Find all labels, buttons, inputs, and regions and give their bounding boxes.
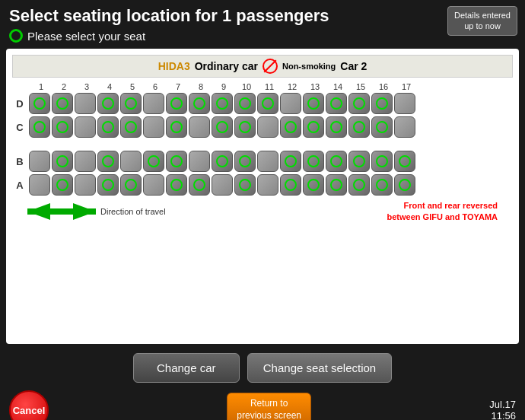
seat-b11	[257, 151, 278, 172]
seat-b10[interactable]	[234, 151, 256, 172]
bottom-bar: Change car Change seat selection	[0, 348, 525, 387]
seat-a16[interactable]	[371, 174, 393, 196]
status-indicator	[9, 29, 23, 43]
seat-c17	[394, 116, 415, 138]
seat-a15[interactable]	[348, 174, 370, 196]
car-label-bar: HIDA3 Ordinary car Non-smoking Car 2	[12, 55, 513, 78]
seat-a17[interactable]	[394, 174, 415, 196]
change-seat-button[interactable]: Change seat selection	[247, 353, 392, 383]
seat-c11	[257, 116, 278, 138]
svg-marker-1	[27, 203, 96, 220]
seat-a5[interactable]	[120, 174, 142, 196]
seat-d1[interactable]	[29, 93, 50, 114]
seat-b7[interactable]	[166, 151, 187, 172]
seat-b14[interactable]	[326, 151, 347, 172]
subtitle-text: Please select your seat	[27, 30, 145, 43]
row-label-d: D	[12, 98, 27, 110]
seat-c4[interactable]	[97, 116, 119, 138]
seat-a14[interactable]	[326, 174, 347, 196]
seat-d11[interactable]	[257, 93, 278, 114]
aisle-gap	[12, 140, 513, 151]
cancel-button[interactable]: Cancel	[9, 390, 49, 420]
header-subtitle: Please select your seat	[9, 29, 516, 43]
change-car-button[interactable]: Change car	[133, 353, 240, 383]
seat-b4[interactable]	[97, 151, 119, 172]
seat-b17[interactable]	[394, 151, 415, 172]
seat-d12	[280, 93, 301, 114]
seat-c16[interactable]	[371, 116, 393, 138]
seat-c12[interactable]	[280, 116, 301, 138]
row-label-b: B	[12, 156, 27, 167]
seat-d4[interactable]	[97, 93, 119, 114]
seat-b16[interactable]	[371, 151, 393, 172]
seat-c13[interactable]	[303, 116, 324, 138]
direction-note: Front and rear reversedbetween GIFU and …	[387, 200, 498, 224]
seat-a6	[143, 174, 164, 196]
return-button[interactable]: Return toprevious screen	[227, 393, 311, 420]
seat-c6	[143, 116, 164, 138]
seat-d8[interactable]	[189, 93, 210, 114]
seat-selection-area: HIDA3 Ordinary car Non-smoking Car 2 1 2…	[6, 49, 519, 344]
row-label-a: A	[12, 180, 27, 191]
seat-d15[interactable]	[348, 93, 370, 114]
seat-a9	[212, 174, 233, 196]
seat-b2[interactable]	[52, 151, 73, 172]
seat-a8[interactable]	[189, 174, 210, 196]
seat-row-b: B	[12, 151, 513, 172]
seat-a2[interactable]	[52, 174, 73, 196]
seat-c8	[189, 116, 210, 138]
smoking-label: Non-smoking	[282, 62, 336, 71]
seat-a12[interactable]	[280, 174, 301, 196]
seat-c7[interactable]	[166, 116, 187, 138]
seat-d6	[143, 93, 164, 114]
car-number: Car 2	[340, 60, 367, 72]
seat-b15[interactable]	[348, 151, 370, 172]
seat-row-d: D	[12, 93, 513, 114]
seat-c10[interactable]	[234, 116, 256, 138]
header: Select seating location for 1 passengers…	[0, 0, 525, 46]
column-numbers: 1 2 3 4 5 6 7 8 9 10 11 12 13 14 15 16 1…	[30, 82, 513, 91]
seat-d3	[75, 93, 96, 114]
seat-d9[interactable]	[212, 93, 233, 114]
seat-c15[interactable]	[348, 116, 370, 138]
no-smoking-icon	[262, 59, 278, 74]
seat-c5[interactable]	[120, 116, 142, 138]
datetime: Jul.17 11:56	[489, 399, 516, 420]
seat-d10[interactable]	[234, 93, 256, 114]
seat-d2[interactable]	[52, 93, 73, 114]
seat-row-c: C	[12, 116, 513, 138]
seat-c14[interactable]	[326, 116, 347, 138]
seat-c9[interactable]	[212, 116, 233, 138]
direction-area: Direction of travel Front and rear rever…	[12, 200, 513, 224]
seat-d17	[394, 93, 415, 114]
seat-a10[interactable]	[234, 174, 256, 196]
direction-arrow-container: Direction of travel	[27, 203, 166, 220]
seat-c2[interactable]	[52, 116, 73, 138]
seat-b13[interactable]	[303, 151, 324, 172]
seat-d14[interactable]	[326, 93, 347, 114]
seat-b9[interactable]	[212, 151, 233, 172]
seat-a7[interactable]	[166, 174, 187, 196]
seat-c3	[75, 116, 96, 138]
seat-b5	[120, 151, 142, 172]
seat-a4[interactable]	[97, 174, 119, 196]
seat-d7[interactable]	[166, 93, 187, 114]
seat-a11	[257, 174, 278, 196]
seat-b12[interactable]	[280, 151, 301, 172]
car-type: Ordinary car	[195, 60, 258, 72]
direction-arrow-icon	[27, 203, 96, 220]
car-name: HIDA3	[158, 60, 190, 72]
seat-d16[interactable]	[371, 93, 393, 114]
seat-c1[interactable]	[29, 116, 50, 138]
row-label-c: C	[12, 122, 27, 133]
seat-b1	[29, 151, 50, 172]
seat-b8	[189, 151, 210, 172]
details-button[interactable]: Details enteredup to now	[447, 6, 517, 36]
seat-d5[interactable]	[120, 93, 142, 114]
seat-a13[interactable]	[303, 174, 324, 196]
time-display: 11:56	[489, 410, 516, 420]
seat-d13[interactable]	[303, 93, 324, 114]
seat-b6[interactable]	[143, 151, 164, 172]
seat-row-a: A	[12, 174, 513, 196]
page-title: Select seating location for 1 passengers	[9, 6, 516, 26]
